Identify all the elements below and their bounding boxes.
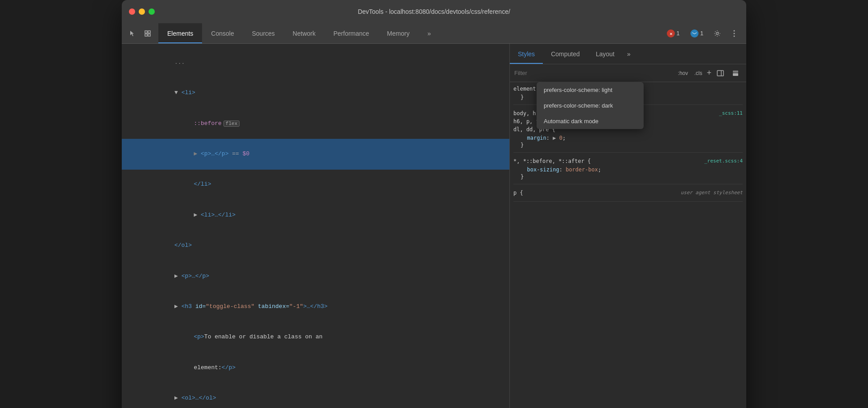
styles-panel: Styles Computed Layout » :hov .cls +	[510, 44, 746, 408]
dom-panel: ... ▼ <li> ::beforeflex ▶ <p>…</p> == $0…	[122, 44, 510, 408]
dropdown-item-light[interactable]: prefers-color-scheme: light	[537, 82, 644, 98]
svg-text:✕: ✕	[669, 32, 672, 36]
tab-layout[interactable]: Layout	[588, 44, 623, 64]
tab-bar: Elements Console Sources Network Perform…	[122, 23, 746, 44]
p-collapsed[interactable]: ▶ <p>…</p>	[122, 261, 509, 291]
cursor-tool[interactable]	[126, 27, 139, 40]
svg-rect-14	[733, 71, 738, 73]
ol-close[interactable]: </ol>	[122, 230, 509, 261]
css-prop-box-sizing: box-sizing: border-box;	[513, 166, 743, 173]
svg-rect-3	[148, 34, 150, 36]
list-item[interactable]: ▼ <li>	[122, 78, 509, 108]
title-bar: DevTools - localhost:8080/docs/devtools/…	[122, 0, 746, 23]
add-style-button[interactable]: +	[707, 68, 711, 78]
devtools-window: DevTools - localhost:8080/docs/devtools/…	[122, 0, 746, 408]
svg-rect-1	[148, 31, 150, 33]
css-closing-brace: }	[513, 173, 743, 180]
tab-memory[interactable]: Memory	[378, 23, 419, 43]
toggle-sidebar-button[interactable]	[714, 67, 727, 79]
svg-point-9	[734, 33, 735, 34]
selected-element[interactable]: ▶ <p>…</p> == $0	[122, 139, 509, 169]
svg-rect-2	[145, 34, 147, 36]
li-close[interactable]: </li>	[122, 170, 509, 200]
color-picker-button[interactable]	[729, 67, 742, 79]
svg-rect-6	[692, 32, 697, 35]
svg-rect-0	[145, 31, 147, 33]
window-title: DevTools - localhost:8080/docs/devtools/…	[358, 8, 510, 15]
p-text-2: element:</p>	[122, 353, 509, 383]
css-rules[interactable]: element.styl } body, h1, h2, _scss:11 h6…	[510, 82, 746, 408]
tab-styles[interactable]: Styles	[510, 44, 543, 64]
traffic-lights	[129, 8, 155, 15]
tab-right-actions: ✕ 1 1	[658, 23, 746, 43]
tab-performance[interactable]: Performance	[324, 23, 378, 43]
filter-actions: :hov .cls +	[676, 67, 742, 79]
tab-network[interactable]: Network	[284, 23, 324, 43]
tab-elements[interactable]: Elements	[158, 23, 202, 43]
message-icon	[690, 29, 699, 37]
hov-button[interactable]: :hov	[676, 69, 690, 77]
styles-tab-more[interactable]: »	[623, 44, 635, 64]
dropdown-item-dark[interactable]: prefers-color-scheme: dark	[537, 98, 644, 113]
dropdown-item-auto[interactable]: Automatic dark mode	[537, 113, 644, 129]
p-text-1: <p>To enable or disable a class on an	[122, 322, 509, 353]
error-icon: ✕	[667, 29, 675, 37]
minimize-button[interactable]	[139, 8, 145, 15]
ol-collapsed[interactable]: ▶ <ol>…</ol>	[122, 383, 509, 408]
more-options-button[interactable]	[727, 27, 741, 40]
filter-input[interactable]	[514, 70, 673, 76]
expand-arrow[interactable]: ▼	[174, 89, 182, 96]
main-content: ... ▼ <li> ::beforeflex ▶ <p>…</p> == $0…	[122, 44, 746, 408]
css-selector-p: p { user agent stylesheet	[513, 190, 743, 196]
tab-computed[interactable]: Computed	[543, 44, 588, 64]
pseudo-before[interactable]: ::beforeflex	[122, 108, 509, 139]
h3-toggle-class[interactable]: ▶ <h3 id="toggle-class" tabindex="-1">…<…	[122, 291, 509, 322]
tab-sources[interactable]: Sources	[243, 23, 284, 43]
error-badge-btn[interactable]: ✕ 1	[663, 28, 683, 39]
css-selector-universal: *, *::before, *::after { _reset.scss:4	[513, 158, 743, 164]
tab-more[interactable]: »	[418, 23, 440, 43]
styles-tabs: Styles Computed Layout »	[510, 44, 746, 64]
css-rule-p: p { user agent stylesheet	[513, 190, 743, 202]
svg-point-8	[734, 30, 735, 31]
svg-rect-11	[717, 71, 723, 76]
color-scheme-dropdown: prefers-color-scheme: light prefers-colo…	[537, 82, 644, 129]
tab-tools	[122, 23, 158, 43]
li-collapsed[interactable]: ▶ <li>…</li>	[122, 200, 509, 230]
svg-point-10	[734, 35, 735, 37]
dom-tree[interactable]: ... ▼ <li> ::beforeflex ▶ <p>…</p> == $0…	[122, 44, 509, 408]
tab-console[interactable]: Console	[202, 23, 243, 43]
dom-ellipsis-top: ...	[122, 47, 509, 78]
main-tabs: Elements Console Sources Network Perform…	[158, 23, 658, 43]
cls-button[interactable]: .cls	[692, 69, 704, 77]
filter-bar: :hov .cls +	[510, 64, 746, 82]
svg-rect-13	[733, 73, 738, 76]
maximize-button[interactable]	[149, 8, 155, 15]
message-badge-btn[interactable]: 1	[687, 28, 707, 39]
css-closing-brace: }	[513, 142, 743, 149]
close-button[interactable]	[129, 8, 135, 15]
inspect-tool[interactable]	[141, 27, 154, 40]
user-agent-label: user agent stylesheet	[681, 190, 743, 196]
css-prop-margin: margin: ▶ 0;	[513, 134, 743, 142]
css-rule-universal: *, *::before, *::after { _reset.scss:4 b…	[513, 158, 743, 184]
settings-button[interactable]	[711, 27, 724, 40]
